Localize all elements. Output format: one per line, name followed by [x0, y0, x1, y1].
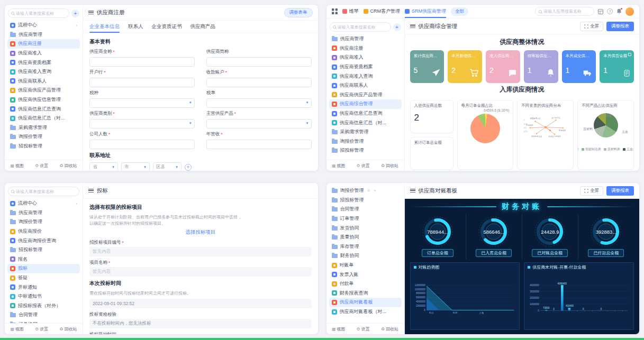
adjust-report-button[interactable]: 调整报表	[606, 186, 634, 196]
menu-search-field[interactable]	[8, 8, 69, 18]
sidebar-group-inquiry[interactable]: 询报价管理≡+	[329, 186, 402, 196]
sidebar-item[interactable]: 供应商准入	[7, 49, 80, 58]
app-search-field[interactable]	[535, 7, 594, 16]
sidebar-item[interactable]: 供应商信息汇总（对...	[329, 118, 402, 127]
revenue-input[interactable]	[206, 140, 312, 149]
sidebar-item[interactable]: 招投标报表（对外）	[7, 301, 80, 311]
sidebar-item-supplier-overview[interactable]: 供应商综合管理	[329, 99, 402, 109]
sidebar-group-quality[interactable]: 质量协同	[329, 233, 402, 242]
sidebar-group-supplier[interactable]: 供应商管理	[329, 34, 402, 44]
sidebar-item[interactable]: 报名	[7, 255, 80, 264]
recycle-button[interactable]: ♻回收站	[59, 163, 77, 169]
app-tab-srm[interactable]: SRM供应商管理	[405, 5, 446, 18]
menu-toggle-icon[interactable]	[410, 189, 415, 192]
sidebar-item[interactable]: 供应商准入查询	[329, 71, 402, 81]
settings-button[interactable]: ⚙设置	[357, 326, 370, 332]
sidebar-group-inquiry[interactable]: 询报价管理	[7, 217, 80, 227]
tax-type-select[interactable]	[89, 98, 195, 108]
avatar[interactable]	[625, 7, 634, 16]
sidebar-group-finance[interactable]: 财务协同	[329, 251, 402, 261]
sidebar-item[interactable]: 供应商资质档案	[7, 58, 80, 67]
sidebar-item[interactable]: 供应商供应产品管理	[329, 90, 402, 100]
tab-products[interactable]: 供应商产品	[191, 21, 216, 33]
account-input[interactable]	[206, 78, 312, 87]
settings-button[interactable]: ⚙设置	[35, 163, 48, 169]
sidebar-item-supplier-register[interactable]: 供应商注册	[7, 39, 80, 49]
tab-basic-info[interactable]: 企业基本信息	[89, 21, 120, 33]
headcount-input[interactable]	[89, 140, 195, 149]
app-tab-crm[interactable]: CRM客户管理	[364, 5, 401, 18]
menu-search-field[interactable]	[8, 187, 79, 196]
menu-search-input[interactable]	[16, 11, 66, 16]
sidebar-item[interactable]: 供应商联系人	[329, 81, 402, 90]
fullscreen-button[interactable]: 全屏	[580, 22, 603, 31]
menu-more-icon[interactable]: ≡	[368, 188, 370, 193]
district-select[interactable]: 区县▼	[153, 162, 182, 171]
views-button[interactable]: ▦视图	[11, 163, 24, 169]
menu-search-field[interactable]	[330, 22, 391, 32]
main-products-select[interactable]	[206, 119, 312, 128]
adjust-report-button[interactable]: 调整报表	[606, 22, 634, 31]
sidebar-group-inventory[interactable]: 库存管理	[329, 242, 402, 252]
sidebar-item-process-center[interactable]: 流程中心›	[7, 199, 80, 208]
sidebar-group-bidding[interactable]: 招投标管理	[329, 146, 402, 155]
tab-certificates[interactable]: 企业资质证书	[152, 21, 182, 33]
sidebar-item[interactable]: 供应商准入查询	[7, 67, 80, 77]
sidebar-item-recon-board[interactable]: 供应商对账看板	[329, 298, 402, 307]
sidebar-group-purchase[interactable]: 采购需求管理	[329, 127, 402, 137]
tax-rate-select[interactable]	[206, 98, 312, 108]
sidebar-group-bidding[interactable]: 招投标管理	[7, 142, 80, 151]
recycle-button[interactable]: ♻回收站	[381, 163, 398, 169]
sidebar-group-bidding[interactable]: 招投标管理	[7, 245, 80, 255]
add-menu-button[interactable]: +	[71, 10, 79, 17]
menu-search-input[interactable]	[16, 189, 76, 194]
sidebar-item[interactable]: 供应商供应产品管理	[7, 86, 80, 95]
fullscreen-button[interactable]: 全屏	[580, 186, 603, 196]
choose-project-link[interactable]: 选择投标项目	[89, 229, 312, 236]
add-menu-button[interactable]: +	[393, 23, 401, 31]
supplier-fullname-input[interactable]	[89, 57, 195, 67]
sidebar-item[interactable]: 供应商信息汇总查询	[7, 104, 80, 114]
app-tab-workspace[interactable]: 维琴	[342, 5, 359, 18]
add-region-button[interactable]: +	[185, 164, 192, 171]
sidebar-item[interactable]: 供应商信息汇总（对...	[7, 114, 80, 123]
supplier-shortname-input[interactable]	[206, 57, 312, 67]
sidebar-item[interactable]: 财务报表查询	[329, 289, 402, 298]
sidebar-item-process-center[interactable]: 流程中心›	[7, 21, 80, 30]
sidebar-item[interactable]: 供应商准入	[329, 53, 402, 62]
sidebar-group-purchase[interactable]: 采购需求管理	[7, 123, 80, 133]
province-select[interactable]: 省▼	[89, 162, 118, 171]
sidebar-item[interactable]: 供应商对账看板（对...	[329, 307, 402, 317]
tab-contacts[interactable]: 联系人	[128, 21, 143, 33]
sidebar-item[interactable]: 付款单	[329, 279, 402, 289]
adjust-form-button[interactable]: 调整表单	[284, 8, 313, 17]
supplier-category-select[interactable]	[89, 119, 195, 128]
sidebar-item[interactable]: 中标通知书	[7, 292, 80, 301]
sidebar-item[interactable]: 供应商供应信息管理	[7, 95, 80, 105]
sidebar-group-supplier[interactable]: 供应商管理	[7, 208, 80, 218]
settings-button[interactable]: ⚙设置	[357, 163, 370, 169]
sidebar-item[interactable]: 供应商询报价查询	[7, 236, 80, 245]
sidebar-group-shipping[interactable]: 发货协同	[329, 223, 402, 233]
views-button[interactable]: ▦视图	[11, 326, 24, 332]
app-search-input[interactable]	[543, 9, 591, 14]
recycle-button[interactable]: ♻回收站	[59, 326, 77, 332]
sidebar-item[interactable]: 供应商信息汇总查询	[329, 109, 402, 118]
sidebar-item[interactable]: 开标通知	[7, 282, 80, 292]
views-button[interactable]: ▦视图	[332, 326, 346, 332]
sidebar-group-bidding[interactable]: 招投标管理	[329, 196, 402, 205]
sidebar-item[interactable]: 供应商注册	[329, 44, 402, 53]
menu-add-icon[interactable]: +	[374, 188, 376, 193]
sidebar-item[interactable]: 供应商联系人	[7, 77, 80, 86]
recycle-button[interactable]: ♻回收站	[381, 326, 398, 332]
help-icon[interactable]: ?	[607, 8, 613, 14]
sidebar-item[interactable]: 发票入账	[329, 270, 402, 279]
sidebar-item[interactable]: 对账单	[329, 261, 402, 270]
bank-input[interactable]	[89, 78, 195, 87]
sidebar-group-order[interactable]: 订单管理	[329, 214, 402, 224]
bell-icon[interactable]	[616, 8, 622, 14]
sidebar-item[interactable]: 供应商资质档案	[329, 62, 402, 72]
sidebar-group-supplier[interactable]: 供应商管理	[7, 30, 80, 40]
sidebar-item-bid[interactable]: 投标	[7, 264, 80, 273]
apps-grid-icon[interactable]	[332, 8, 338, 14]
